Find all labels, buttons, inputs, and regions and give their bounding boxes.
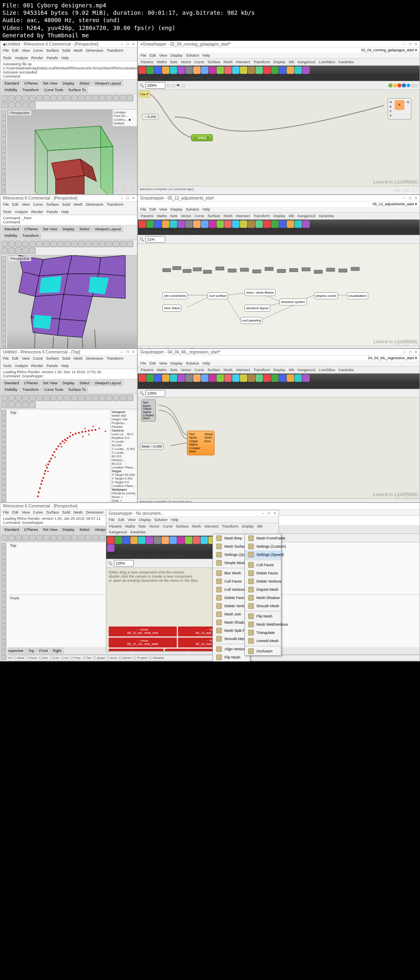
toolbar-button[interactable] bbox=[29, 102, 36, 108]
menu-item[interactable]: Edit bbox=[12, 510, 19, 514]
group-label[interactable]: Graph+ bbox=[173, 230, 186, 234]
menu-item[interactable]: Display bbox=[170, 207, 183, 211]
toolbar-button[interactable] bbox=[1, 629, 6, 633]
gh-tab[interactable]: Intersect bbox=[235, 367, 251, 372]
toolbar-button[interactable] bbox=[64, 95, 71, 101]
toolbar-button[interactable] bbox=[162, 220, 169, 228]
toolbar-button[interactable] bbox=[302, 374, 310, 382]
menu-item[interactable]: Transform bbox=[107, 202, 123, 207]
tab[interactable]: Display bbox=[60, 80, 77, 86]
toolbar-button[interactable] bbox=[8, 241, 15, 247]
menu-item[interactable]: Panels bbox=[47, 364, 58, 368]
tab[interactable]: Set View bbox=[41, 527, 59, 532]
gh-tab[interactable]: Curve bbox=[162, 524, 174, 529]
menu-item[interactable]: Solid bbox=[62, 48, 70, 53]
gh-tab[interactable]: Vector bbox=[148, 524, 161, 529]
gh-tab[interactable]: Vector bbox=[180, 213, 193, 218]
zoom-input[interactable] bbox=[146, 390, 165, 397]
toolbar-button[interactable] bbox=[170, 220, 177, 228]
close-button[interactable]: × bbox=[132, 42, 135, 46]
menu-item[interactable]: Mesh bbox=[73, 356, 82, 360]
toolbar-button[interactable] bbox=[1, 442, 6, 447]
gh-tab[interactable]: Wb bbox=[288, 367, 296, 372]
toolbar-button[interactable] bbox=[224, 374, 232, 382]
menu-item[interactable]: Dimension bbox=[86, 510, 103, 514]
toolbar-button[interactable] bbox=[85, 535, 91, 541]
menu-item[interactable]: View bbox=[22, 202, 30, 207]
toolbar-button[interactable] bbox=[248, 67, 255, 74]
tab[interactable]: Set View bbox=[41, 80, 59, 86]
toolbar-button[interactable] bbox=[127, 95, 133, 101]
menu-item[interactable]: Dimension bbox=[86, 202, 103, 207]
toolbar-button[interactable] bbox=[1, 448, 6, 452]
toolbar-button[interactable] bbox=[294, 220, 302, 228]
toolbar-button[interactable] bbox=[146, 537, 153, 544]
toolbar-button[interactable] bbox=[263, 220, 271, 228]
toolbar-button[interactable] bbox=[178, 374, 185, 382]
toolbar-button[interactable] bbox=[271, 374, 278, 382]
toolbar-button[interactable] bbox=[1, 241, 8, 247]
toolbar-button[interactable] bbox=[1, 586, 6, 591]
mesh-context-menu-right[interactable]: Mesh FromPointsSettings (Custom)Settings… bbox=[244, 534, 281, 656]
toolbar-button[interactable] bbox=[1, 597, 6, 601]
zoom-icon[interactable]: 🔍 bbox=[139, 237, 144, 241]
osnap-check[interactable]: ☐ Perp bbox=[70, 656, 81, 660]
toolbar-button[interactable] bbox=[1, 453, 6, 458]
gh-tab[interactable]: Curve bbox=[193, 213, 205, 218]
toolbar-button[interactable] bbox=[36, 395, 43, 401]
toolbar-button[interactable] bbox=[1, 634, 6, 639]
gh-tab[interactable]: LunchBox bbox=[317, 367, 336, 372]
group-label[interactable]: Domain bbox=[139, 76, 153, 80]
gh-tab[interactable]: Sets bbox=[169, 213, 179, 218]
gh-tab[interactable]: Karamba bbox=[337, 367, 355, 372]
toolbar-button[interactable] bbox=[287, 374, 294, 382]
group-label[interactable]: Util bbox=[189, 553, 196, 558]
toolbar-button[interactable] bbox=[178, 67, 185, 74]
menu-item[interactable]: File bbox=[3, 510, 9, 514]
gh-tab[interactable]: Sets bbox=[169, 367, 179, 372]
number-slider[interactable]: Slider ○ 0.250 bbox=[140, 443, 164, 450]
toolbar-button[interactable] bbox=[1, 294, 6, 298]
toolbar-button[interactable] bbox=[29, 248, 36, 254]
min-button[interactable]: − bbox=[403, 42, 406, 46]
gh-tab[interactable]: Params bbox=[139, 367, 155, 372]
gh-tab[interactable]: Transform bbox=[252, 60, 272, 64]
toolbar-button[interactable] bbox=[78, 95, 84, 101]
node-box[interactable]: sizes, views fitness bbox=[244, 289, 276, 296]
view-tab[interactable]: Top bbox=[26, 648, 37, 654]
toolbar-button[interactable] bbox=[1, 415, 6, 420]
gh-tab[interactable]: Mesh bbox=[222, 60, 234, 64]
toolbar-button[interactable] bbox=[85, 95, 91, 101]
toolbar-button[interactable] bbox=[85, 395, 91, 401]
gh-tab[interactable]: Maths bbox=[155, 60, 168, 64]
group-label[interactable]: Colour bbox=[139, 230, 152, 234]
toolbar-button[interactable] bbox=[1, 142, 6, 147]
toolbar-button[interactable] bbox=[64, 241, 71, 247]
view-tab[interactable]: Right bbox=[51, 648, 64, 654]
toolbar-button[interactable] bbox=[1, 431, 6, 436]
menu-item[interactable]: Occlusion bbox=[245, 647, 281, 655]
toolbar-button[interactable] bbox=[43, 395, 50, 401]
gh-tab[interactable]: Curve bbox=[193, 60, 205, 64]
toolbar-button[interactable] bbox=[162, 67, 169, 74]
menu-item[interactable]: Solution bbox=[186, 361, 199, 365]
group-label[interactable]: Primitive bbox=[182, 383, 197, 388]
toolbar-button[interactable] bbox=[1, 336, 6, 341]
menu-item[interactable]: Cull Faces bbox=[245, 561, 281, 569]
gh-tab[interactable]: Maths bbox=[155, 213, 168, 218]
toolbar-button[interactable] bbox=[1, 158, 6, 163]
node-box[interactable]: visualization bbox=[347, 292, 368, 299]
group-label[interactable]: Operators bbox=[166, 76, 183, 80]
recent-tile[interactable]: ← Newer05_12_ad...ents_end bbox=[109, 627, 177, 636]
tab[interactable]: CPlanes bbox=[22, 226, 40, 232]
group-label[interactable]: Effects bbox=[123, 553, 135, 558]
menu-item[interactable]: Tools bbox=[3, 364, 11, 368]
gh-tab[interactable]: Kangaroo2 bbox=[296, 213, 317, 218]
toolbar-button[interactable] bbox=[50, 241, 57, 247]
toolbar-button[interactable] bbox=[71, 241, 78, 247]
toolbar-button[interactable] bbox=[1, 426, 6, 431]
toolbar-button[interactable] bbox=[115, 537, 122, 544]
gh-tab[interactable]: Karamba bbox=[337, 60, 355, 64]
tab[interactable]: Standard bbox=[2, 226, 21, 232]
close-button[interactable]: × bbox=[415, 42, 417, 46]
